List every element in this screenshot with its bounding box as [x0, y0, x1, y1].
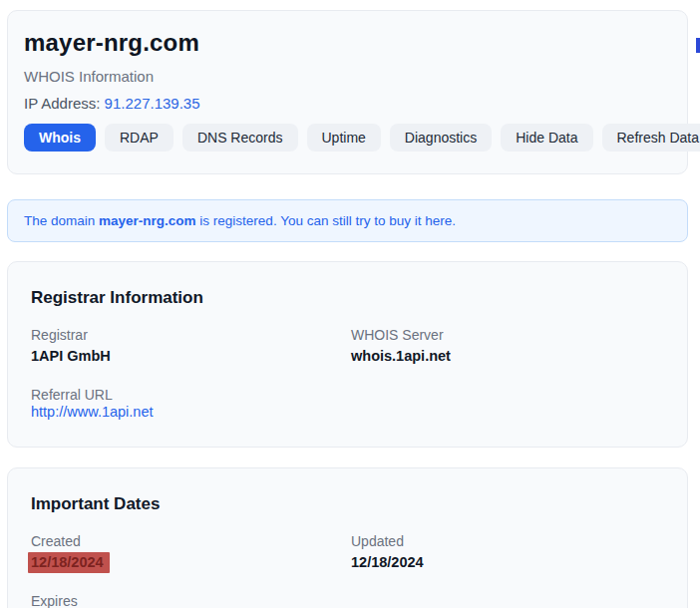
clipped-offscreen-content	[696, 38, 700, 53]
buy-here-link[interactable]: here	[425, 213, 452, 228]
ip-address-row: IP Address: 91.227.139.35	[24, 95, 671, 112]
created-value: 12/18/2024	[31, 554, 351, 570]
updated-field: Updated 12/18/2024	[351, 533, 671, 570]
created-date-highlight: 12/18/2024	[28, 552, 110, 573]
referral-url-label: Referral URL	[31, 387, 351, 403]
whois-server-label: WHOIS Server	[351, 327, 671, 343]
ip-address-link[interactable]: 91.227.139.35	[105, 95, 200, 112]
created-field: Created 12/18/2024	[31, 533, 351, 570]
registrar-information-card: Registrar Information Registrar 1API Gmb…	[7, 261, 688, 448]
referral-url-link[interactable]: http://www.1api.net	[31, 404, 154, 420]
empty-grid-cell	[351, 387, 671, 421]
referral-url-field: Referral URL http://www.1api.net	[31, 387, 351, 421]
tab-uptime[interactable]: Uptime	[307, 124, 381, 152]
notice-text-prefix: The domain	[24, 213, 99, 228]
dates-field-grid: Created 12/18/2024 Updated 12/18/2024 Ex…	[31, 533, 671, 608]
dates-card-title: Important Dates	[31, 494, 671, 514]
tab-bar: Whois RDAP DNS Records Uptime Diagnostic…	[24, 124, 671, 152]
whois-server-field: WHOIS Server whois.1api.net	[351, 327, 671, 364]
expires-field: Expires 12/18/2025	[31, 593, 351, 608]
tab-diagnostics[interactable]: Diagnostics	[390, 124, 492, 152]
notice-domain: mayer-nrg.com	[99, 213, 196, 228]
hide-data-button[interactable]: Hide Data	[501, 124, 592, 152]
registrar-value: 1API GmbH	[31, 348, 351, 364]
empty-grid-cell	[351, 593, 671, 608]
registrar-field: Registrar 1API GmbH	[31, 327, 351, 364]
tab-rdap[interactable]: RDAP	[105, 124, 174, 152]
domain-header-card: mayer-nrg.com WHOIS Information IP Addre…	[7, 10, 688, 174]
whois-subtitle: WHOIS Information	[24, 68, 671, 85]
ip-address-label: IP Address:	[24, 95, 105, 112]
registrar-card-title: Registrar Information	[31, 288, 671, 308]
tab-dns-records[interactable]: DNS Records	[182, 124, 298, 152]
tab-whois[interactable]: Whois	[24, 124, 96, 152]
notice-text-middle: is registered. You can still try to buy …	[196, 213, 426, 228]
updated-value: 12/18/2024	[351, 554, 671, 570]
created-label: Created	[31, 533, 351, 549]
whois-server-value: whois.1api.net	[351, 348, 671, 364]
registrar-field-grid: Registrar 1API GmbH WHOIS Server whois.1…	[31, 327, 671, 421]
refresh-data-button[interactable]: Refresh Data	[602, 124, 700, 152]
registrar-label: Registrar	[31, 327, 351, 343]
updated-label: Updated	[351, 533, 671, 549]
registered-notice-banner: The domain mayer-nrg.com is registered. …	[7, 199, 688, 242]
expires-label: Expires	[31, 593, 351, 608]
notice-text-suffix: .	[452, 213, 456, 228]
page-title: mayer-nrg.com	[24, 29, 671, 57]
important-dates-card: Important Dates Created 12/18/2024 Updat…	[7, 467, 688, 608]
